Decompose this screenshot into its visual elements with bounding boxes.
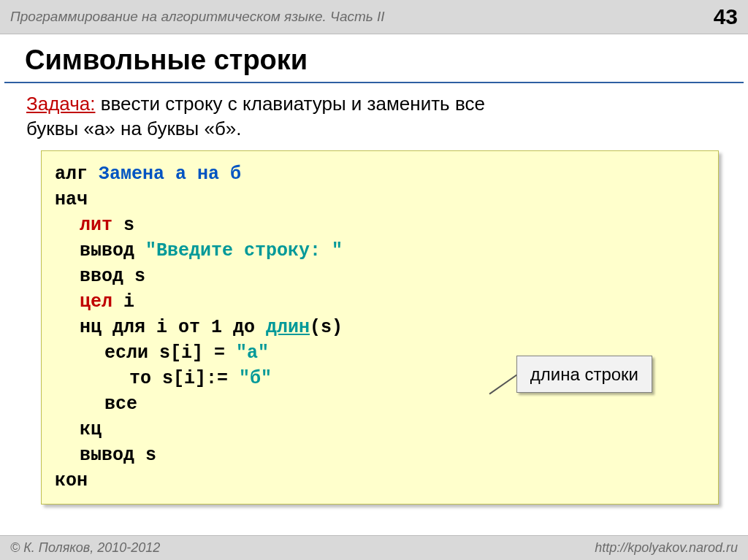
- code-line-2: нач: [55, 187, 705, 212]
- code-line-6: цел i: [55, 289, 705, 315]
- code-line-7: нц для i от 1 до длин(s): [55, 315, 705, 340]
- task-label: Задача:: [26, 93, 95, 115]
- task-text-1: ввести строку с клавиатуры и заменить вс…: [95, 93, 484, 115]
- code-line-12: вывод s: [55, 442, 705, 468]
- callout-box: длина строки: [516, 356, 652, 394]
- task-description: Задача: ввести строку с клавиатуры и зам…: [0, 92, 748, 142]
- code-box: алг Замена а на б нач лит s вывод "Введи…: [41, 150, 719, 505]
- footer-copyright: © К. Поляков, 2010-2012: [10, 540, 160, 556]
- code-line-4: вывод "Введите строку: ": [55, 238, 705, 264]
- code-line-5: ввод s: [55, 264, 705, 289]
- footer-bar: © К. Поляков, 2010-2012 http://kpolyakov…: [0, 535, 748, 560]
- footer-url: http://kpolyakov.narod.ru: [595, 540, 738, 556]
- slide-title: Символьные строки: [4, 34, 744, 83]
- code-line-3: лит s: [55, 212, 705, 238]
- header-bar: Программирование на алгоритмическом язык…: [0, 0, 748, 34]
- code-line-1: алг Замена а на б: [55, 161, 705, 187]
- code-line-11: кц: [55, 417, 705, 442]
- header-title: Программирование на алгоритмическом язык…: [10, 9, 385, 25]
- code-line-13: кон: [55, 468, 705, 494]
- page-number: 43: [714, 4, 738, 29]
- task-text-2: буквы «а» на буквы «б».: [26, 118, 242, 139]
- code-line-10: все: [55, 391, 705, 417]
